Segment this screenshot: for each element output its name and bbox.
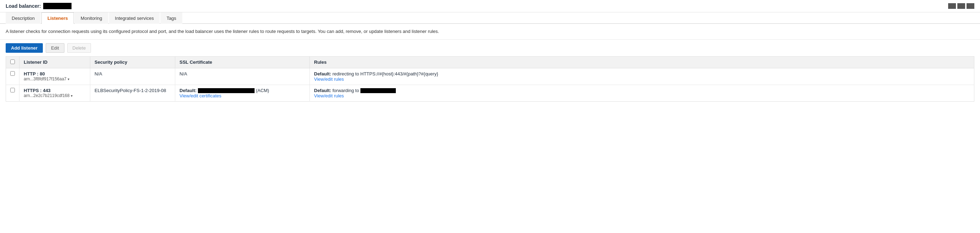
select-all-checkbox[interactable]: [10, 59, 15, 64]
row1-security-policy-cell: N/A: [90, 68, 175, 85]
delete-button[interactable]: Delete: [67, 43, 91, 53]
row1-rules-link-cell: View/edit rules: [314, 77, 970, 82]
row1-checkbox-cell: [6, 68, 19, 85]
row2-checkbox[interactable]: [10, 88, 15, 93]
listeners-table: Listener ID Security policy SSL Certific…: [6, 56, 974, 102]
row2-dropdown-arrow[interactable]: ▾: [71, 94, 73, 98]
tab-tags[interactable]: Tags: [161, 13, 182, 24]
row2-view-edit-rules-link[interactable]: View/edit rules: [314, 93, 344, 99]
row2-rules-link-cell: View/edit rules: [314, 93, 970, 99]
table-row: HTTPS : 443 arn...2e2c7b2119cdf168 ▾ ELB…: [6, 85, 974, 102]
row2-checkbox-cell: [6, 85, 19, 102]
toolbar: Add listener Edit Delete: [0, 40, 980, 56]
row2-view-edit-certificates-link[interactable]: View/edit certificates: [180, 93, 221, 99]
row2-listener-arn: arn...2e2c7b2119cdf168 ▾: [24, 93, 86, 98]
row2-ssl-default: Default: (ACM): [180, 88, 305, 94]
add-listener-button[interactable]: Add listener: [6, 43, 43, 53]
row2-ssl-cell: Default: (ACM) View/edit certificates: [175, 85, 310, 102]
row1-dropdown-arrow[interactable]: ▾: [68, 77, 69, 81]
description-text: A listener checks for connection request…: [0, 24, 980, 40]
tab-integrated-services[interactable]: Integrated services: [109, 13, 160, 24]
layout-icon-3[interactable]: [967, 3, 974, 9]
table-container: Listener ID Security policy SSL Certific…: [0, 56, 980, 102]
row1-listener-id-cell: HTTP : 80 arn...3f8fdf917f156aa7 ▾: [19, 68, 90, 85]
load-balancer-value: [43, 3, 72, 9]
row1-listener-id: HTTP : 80: [24, 71, 86, 77]
col-rules: Rules: [310, 56, 974, 68]
col-checkbox: [6, 56, 19, 68]
row2-listener-id-cell: HTTPS : 443 arn...2e2c7b2119cdf168 ▾: [19, 85, 90, 102]
layout-icon-1[interactable]: [948, 3, 956, 9]
col-listener-id: Listener ID: [19, 56, 90, 68]
col-security-policy: Security policy: [90, 56, 175, 68]
col-ssl-certificate: SSL Certificate: [175, 56, 310, 68]
layout-icon-2[interactable]: [957, 3, 965, 9]
row1-ssl-cell: N/A: [175, 68, 310, 85]
row2-ssl-link-cell: View/edit certificates: [180, 93, 305, 99]
edit-button[interactable]: Edit: [46, 43, 64, 53]
row1-listener-arn: arn...3f8fdf917f156aa7 ▾: [24, 77, 86, 81]
row1-rules-cell: Default: redirecting to HTTPS://#{host}:…: [310, 68, 974, 85]
tab-monitoring[interactable]: Monitoring: [75, 13, 108, 24]
row2-rules-cell: Default: forwarding to View/edit rules: [310, 85, 974, 102]
top-bar-left: Load balancer:: [6, 3, 72, 9]
top-bar: Load balancer:: [0, 0, 980, 13]
row2-security-policy-cell: ELBSecurityPolicy-FS-1-2-2019-08: [90, 85, 175, 102]
tab-listeners[interactable]: Listeners: [41, 13, 74, 24]
row2-ssl-redacted: [198, 88, 255, 93]
row2-ssl-acm-label: (ACM): [256, 88, 269, 93]
row2-rules-redacted: [360, 88, 396, 93]
row1-rules-default: Default: redirecting to HTTPS://#{host}:…: [314, 71, 970, 77]
row2-rules-default: Default: forwarding to: [314, 88, 970, 94]
row2-listener-id: HTTPS : 443: [24, 88, 86, 93]
top-bar-icons: [948, 3, 974, 9]
row1-view-edit-rules-link[interactable]: View/edit rules: [314, 77, 344, 82]
tabs: Description Listeners Monitoring Integra…: [0, 13, 980, 24]
tab-description[interactable]: Description: [6, 13, 41, 24]
row1-checkbox[interactable]: [10, 71, 15, 76]
load-balancer-label: Load balancer:: [6, 3, 41, 9]
table-row: HTTP : 80 arn...3f8fdf917f156aa7 ▾ N/A N…: [6, 68, 974, 85]
